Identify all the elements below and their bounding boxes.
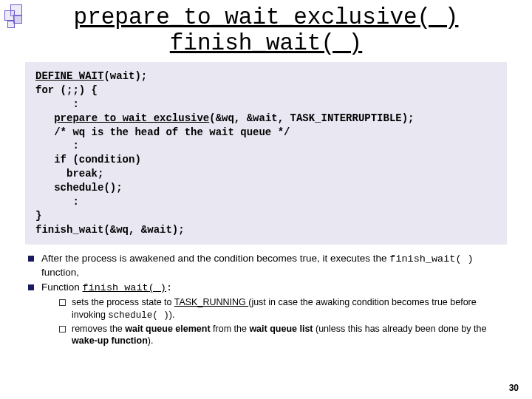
s1e: ). bbox=[169, 310, 175, 320]
p2c: : bbox=[166, 282, 172, 293]
code-l2: for (;;) { bbox=[35, 84, 98, 96]
bullet-row-1: After the process is awakened and the co… bbox=[28, 252, 510, 279]
title-line-2: finish_wait( ) bbox=[170, 30, 362, 56]
code-l1a: DEFINE_WAIT bbox=[35, 70, 103, 82]
s2f: wake-up function bbox=[72, 335, 148, 346]
page-number: 30 bbox=[509, 383, 519, 393]
page-title: prepare_to_wait_exclusive( ) finish_wait… bbox=[30, 4, 502, 56]
s1d: schedule( ) bbox=[108, 310, 169, 321]
s1b: TASK_RUNNING bbox=[174, 297, 248, 307]
hollow-bullet-icon bbox=[59, 326, 66, 332]
sub-row-1: sets the process state to TASK_RUNNING (… bbox=[59, 296, 510, 321]
p1a: After the process is awakened and the co… bbox=[41, 253, 389, 264]
bullet-2-text: Function finish_wait( ): bbox=[41, 281, 172, 295]
s2e: (unless this has already been done by th… bbox=[313, 324, 487, 334]
code-l12: finish_wait(&wq, &wait); bbox=[35, 224, 185, 236]
code-l4c: (&wq, &wait, TASK_INTERRUPTIBLE); bbox=[209, 112, 414, 124]
square-bullet-icon bbox=[28, 284, 34, 290]
code-l9: schedule(); bbox=[35, 182, 123, 194]
bullet-row-2: Function finish_wait( ): bbox=[28, 281, 510, 295]
s2g: ). bbox=[148, 335, 154, 346]
code-l8: break; bbox=[35, 168, 103, 180]
code-l10: : bbox=[35, 196, 79, 208]
s2a: removes the bbox=[72, 324, 125, 334]
decoration-squares bbox=[3, 3, 33, 33]
hollow-bullet-icon bbox=[59, 299, 66, 306]
body-text: After the process is awakened and the co… bbox=[28, 252, 510, 347]
square-bullet-icon bbox=[28, 256, 34, 262]
sub-2-text: removes the wait queue element from the … bbox=[72, 323, 510, 347]
p1c: function, bbox=[41, 267, 79, 278]
code-block: DEFINE_WAIT(wait); for (;;) { : prepare_… bbox=[25, 62, 507, 245]
code-l11: } bbox=[35, 210, 41, 222]
code-l1b: (wait); bbox=[103, 70, 147, 82]
code-l4b: prepare_to_wait_exclusive bbox=[54, 112, 209, 124]
code-l4a bbox=[35, 112, 54, 124]
sub-row-2: removes the wait queue element from the … bbox=[59, 323, 510, 347]
code-l3: : bbox=[35, 98, 79, 110]
code-l6: : bbox=[35, 140, 79, 151]
p1b: finish_wait( ) bbox=[389, 253, 473, 265]
s2b: wait queue element bbox=[125, 324, 210, 334]
code-l7: if (condition) bbox=[35, 154, 141, 166]
sub-list: sets the process state to TASK_RUNNING (… bbox=[59, 296, 510, 347]
title-line-1: prepare_to_wait_exclusive( ) bbox=[74, 4, 459, 30]
bullet-1-text: After the process is awakened and the co… bbox=[41, 252, 510, 279]
p2a: Function bbox=[41, 282, 83, 293]
p2b: finish_wait( ) bbox=[83, 282, 166, 293]
sub-1-text: sets the process state to TASK_RUNNING (… bbox=[72, 296, 510, 321]
s2c: from the bbox=[211, 324, 250, 334]
s1a: sets the process state to bbox=[72, 297, 174, 307]
s2d: wait queue list bbox=[249, 324, 313, 334]
code-l5: /* wq is the head of the wait queue */ bbox=[35, 126, 290, 138]
